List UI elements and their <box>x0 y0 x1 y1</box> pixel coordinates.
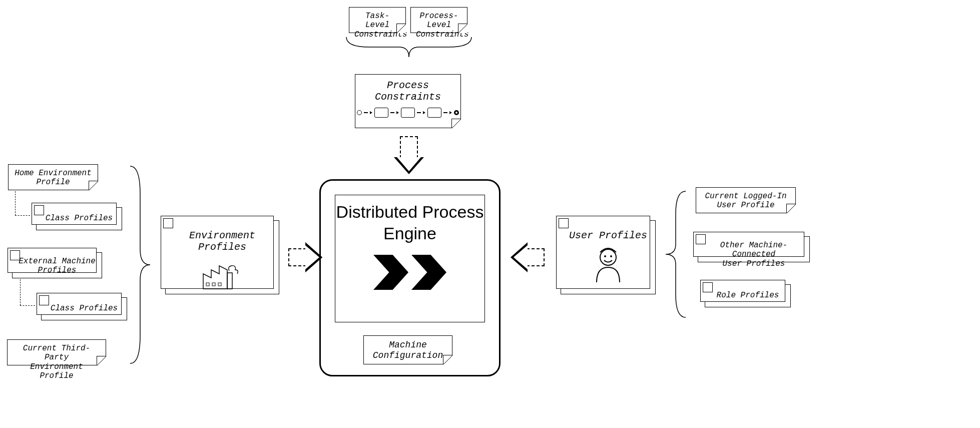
label: MachineConfiguration <box>369 340 447 360</box>
engine-title: Distributed ProcessEngine <box>336 201 484 244</box>
label: Task-LevelConstraints <box>354 12 400 39</box>
label: Process Constraints <box>360 80 455 103</box>
label: Class Profiles <box>42 214 117 223</box>
svg-rect-2 <box>212 283 215 286</box>
label: Other Machine-ConnectedUser Profiles <box>703 241 804 268</box>
note-environment-profiles: Environment Profiles <box>165 220 279 294</box>
svg-rect-1 <box>206 283 209 286</box>
engine-inner: Distributed ProcessEngine <box>335 195 485 322</box>
dash-connector <box>15 215 30 216</box>
label: Environment Profiles <box>171 230 274 253</box>
arrow-user-to-engine <box>527 248 545 266</box>
dash-connector <box>15 191 16 215</box>
brace-left <box>128 164 152 365</box>
label: Current Third-PartyEnvironment Profile <box>13 344 101 381</box>
brace-right <box>664 189 688 319</box>
arrow-process-to-engine <box>400 136 418 158</box>
note-user-profiles: User Profiles <box>561 220 656 294</box>
note-machine-configuration: MachineConfiguration <box>363 335 452 364</box>
label: Role Profiles <box>710 291 785 300</box>
label: User Profiles <box>566 230 650 241</box>
note-process-level-constraints: Process-LevelConstraints <box>410 7 467 33</box>
label: Process-LevelConstraints <box>416 12 462 39</box>
label: External MachineProfiles <box>18 257 97 275</box>
diagram-canvas: Task-LevelConstraints Process-LevelConst… <box>0 0 980 428</box>
label: Home EnvironmentProfile <box>14 169 93 187</box>
dash-connector <box>20 279 21 305</box>
svg-rect-0 <box>227 273 232 289</box>
note-home-env-profile: Home EnvironmentProfile <box>8 164 98 190</box>
note-other-connected-users: Other Machine-ConnectedUser Profiles <box>698 236 810 262</box>
user-icon <box>591 246 626 284</box>
chevrons-icon <box>373 255 446 290</box>
note-logged-in-user: Current Logged-InUser Profile <box>696 187 796 213</box>
dash-connector <box>20 305 35 306</box>
svg-point-4 <box>600 249 616 265</box>
arrow-env-to-engine <box>288 248 306 266</box>
note-process-constraints: Process Constraints <box>355 74 461 128</box>
svg-point-5 <box>604 255 606 257</box>
note-external-machine-profiles: External MachineProfiles <box>12 252 102 278</box>
svg-rect-3 <box>218 283 221 286</box>
bpmn-mini-flow-icon <box>357 108 459 118</box>
note-class-profiles-1: Class Profiles <box>36 207 122 230</box>
label: Class Profiles <box>47 304 122 313</box>
note-role-profiles: Role Profiles <box>705 284 791 307</box>
svg-point-6 <box>610 255 612 257</box>
factory-icon <box>197 259 247 291</box>
note-class-profiles-2: Class Profiles <box>41 297 127 320</box>
note-task-level-constraints: Task-LevelConstraints <box>349 7 406 33</box>
label: Current Logged-InUser Profile <box>701 192 790 210</box>
note-third-party-env: Current Third-PartyEnvironment Profile <box>7 339 106 365</box>
brace-top <box>344 36 473 63</box>
